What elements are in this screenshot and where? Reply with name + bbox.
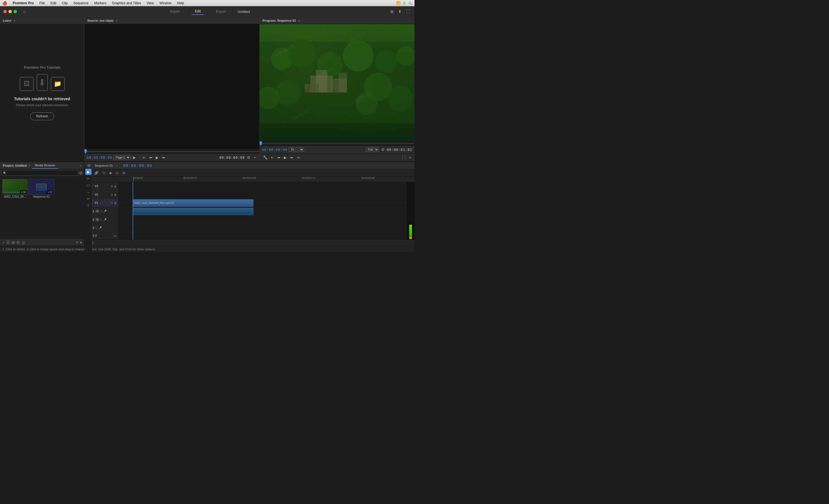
- v2-record-btn[interactable]: ◉: [114, 193, 116, 196]
- a3-track-row[interactable]: [118, 224, 406, 232]
- refresh-button[interactable]: Refresh: [30, 112, 54, 120]
- v1-track-row[interactable]: A002_C018_0922BW_002.mp4 [V]: [118, 199, 406, 207]
- settings-btn[interactable]: ▾: [80, 240, 82, 245]
- search-menu-icon[interactable]: 🔍: [408, 1, 412, 5]
- project-search-input[interactable]: [7, 172, 77, 175]
- a1-mic-btn[interactable]: 🎤: [103, 210, 106, 213]
- workspaces-icon[interactable]: ⊞: [389, 8, 395, 15]
- a3-mic-btn[interactable]: 🎤: [98, 226, 102, 229]
- a2-mic-btn[interactable]: 🎤: [103, 218, 106, 221]
- new-bin-btn[interactable]: ⊞: [79, 171, 82, 175]
- tl-snap-btn[interactable]: ⊡: [101, 170, 106, 175]
- prog-btn1[interactable]: 🔧: [262, 155, 268, 160]
- learn-panel-menu-icon[interactable]: ≡: [13, 19, 15, 22]
- a2-s-btn[interactable]: S: [100, 218, 102, 221]
- edit-mode-btn[interactable]: Edit: [191, 8, 204, 15]
- home-button[interactable]: ⌂: [22, 8, 28, 15]
- menu-graphics[interactable]: Graphics and Titles: [110, 1, 143, 6]
- v1-record-btn[interactable]: ◉: [114, 201, 116, 205]
- source-play-btn[interactable]: ▶: [154, 155, 160, 160]
- prog-settings-icon[interactable]: ⚙: [380, 147, 386, 152]
- tl-link-btn[interactable]: 🔗: [93, 170, 100, 175]
- razor-tool-btn[interactable]: ✂: [85, 175, 92, 182]
- v1-sync-btn[interactable]: ⚙: [111, 201, 113, 205]
- sequence-tab-menu-icon[interactable]: ≡: [116, 164, 118, 167]
- audio-clip-block-a1[interactable]: [133, 208, 253, 215]
- v3-sync-btn[interactable]: ⚙: [111, 185, 113, 188]
- source-settings-btn[interactable]: ⚙: [246, 155, 251, 160]
- a2-track-row[interactable]: [118, 216, 406, 224]
- fullscreen-icon[interactable]: ⛶: [405, 8, 411, 15]
- tl-btn5[interactable]: ◎: [115, 170, 120, 175]
- a1-m-btn[interactable]: M: [96, 210, 99, 213]
- mix-track-row[interactable]: [118, 232, 406, 240]
- source-btn4[interactable]: ➡: [161, 155, 166, 160]
- v3-track-row[interactable]: [118, 182, 406, 191]
- source-scrub-bar[interactable]: [84, 149, 259, 153]
- ruler-time-area[interactable]: 00:00:00 00:00:00:12 00:00:01:00 00:00:0…: [118, 177, 414, 182]
- menu-edit[interactable]: Edit: [48, 1, 59, 6]
- prog-btn3[interactable]: ⬅: [276, 155, 282, 160]
- export-mode-btn[interactable]: Export: [213, 8, 229, 15]
- app-name-menu[interactable]: Premiere Pro: [10, 1, 36, 6]
- sort-btn[interactable]: ≡: [76, 240, 78, 245]
- pen-tool-btn[interactable]: ✏: [85, 196, 92, 202]
- prog-add-btn[interactable]: +: [408, 155, 412, 160]
- menu-clip[interactable]: Clip: [60, 1, 70, 6]
- page-select[interactable]: Page 1: [113, 155, 131, 160]
- a1-s-btn[interactable]: S: [100, 210, 102, 213]
- prog-btn2[interactable]: ⇤: [270, 155, 275, 160]
- import-mode-btn[interactable]: Import: [167, 8, 183, 15]
- tl-btn6[interactable]: ⊞: [121, 170, 127, 175]
- share-icon[interactable]: ⬆: [397, 8, 403, 15]
- menu-sequence[interactable]: Sequence: [71, 1, 91, 6]
- sequence-close-btn[interactable]: [87, 164, 91, 167]
- menu-window[interactable]: Window: [157, 1, 174, 6]
- program-panel-menu-icon[interactable]: ≡: [298, 19, 300, 22]
- media-browser-tab[interactable]: Media Browser: [32, 163, 58, 169]
- menu-file[interactable]: File: [37, 1, 47, 6]
- freeform-view-btn[interactable]: ⊟: [16, 240, 20, 245]
- extend-panels-btn[interactable]: »: [80, 164, 81, 167]
- a1-track-row[interactable]: [118, 207, 406, 216]
- selection-tool-btn[interactable]: ▶: [85, 169, 92, 175]
- prog-play-btn[interactable]: ▶: [283, 155, 288, 160]
- project-menu-icon[interactable]: ≡: [29, 164, 30, 167]
- source-panel-menu-icon[interactable]: ≡: [116, 19, 117, 22]
- minimize-button[interactable]: [8, 10, 12, 13]
- source-btn2[interactable]: ⬅: [148, 155, 153, 160]
- v2-track-row[interactable]: [118, 191, 406, 199]
- v3-record-btn[interactable]: ◉: [114, 185, 116, 188]
- mix-prev-btn[interactable]: ⏮: [114, 234, 116, 237]
- quality-select[interactable]: Full 1/2 1/4: [366, 147, 379, 152]
- prog-btn7[interactable]: ⛶: [401, 155, 407, 160]
- ripple-tool-btn[interactable]: ⬡: [85, 182, 92, 188]
- fit-select[interactable]: Fit 25% 50% 75% 100%: [288, 147, 304, 152]
- icon-view-btn[interactable]: ⊞: [11, 240, 15, 245]
- a3-s-btn[interactable]: S: [96, 227, 97, 229]
- tl-marker-btn[interactable]: ◆: [108, 170, 113, 175]
- maximize-button[interactable]: [13, 10, 17, 13]
- list-view-btn[interactable]: ☰: [6, 240, 10, 245]
- apple-logo-icon[interactable]: 🍎: [2, 1, 7, 5]
- slip-tool-btn[interactable]: ↔: [85, 189, 92, 195]
- program-scrub-bar[interactable]: [260, 141, 414, 146]
- prog-btn5[interactable]: ➡: [289, 155, 294, 160]
- new-item-btn[interactable]: +: [2, 240, 4, 245]
- menu-view[interactable]: View: [144, 1, 156, 6]
- wifi-icon[interactable]: 📶: [396, 1, 400, 5]
- program-playhead-head[interactable]: [260, 141, 262, 146]
- automate-btn[interactable]: ◎: [22, 240, 25, 245]
- a2-m-btn[interactable]: M: [96, 218, 99, 221]
- clip-item-2[interactable]: 1:02 Sequence 01: [29, 179, 54, 198]
- menu-help[interactable]: Help: [175, 1, 186, 6]
- close-button[interactable]: [3, 10, 7, 13]
- clip-item-1[interactable]: 1:02 A002_C018_09...: [2, 179, 28, 198]
- v2-sync-btn[interactable]: ⚙: [111, 193, 113, 196]
- video-clip-block[interactable]: A002_C018_0922BW_002.mp4 [V]: [133, 200, 253, 207]
- source-btn1[interactable]: ⇤: [142, 155, 147, 160]
- source-page-next-btn[interactable]: ▶: [132, 155, 137, 160]
- menu-markers[interactable]: Markers: [92, 1, 108, 6]
- battery-icon[interactable]: 🔋: [402, 1, 406, 5]
- type-tool-btn[interactable]: T: [85, 203, 92, 209]
